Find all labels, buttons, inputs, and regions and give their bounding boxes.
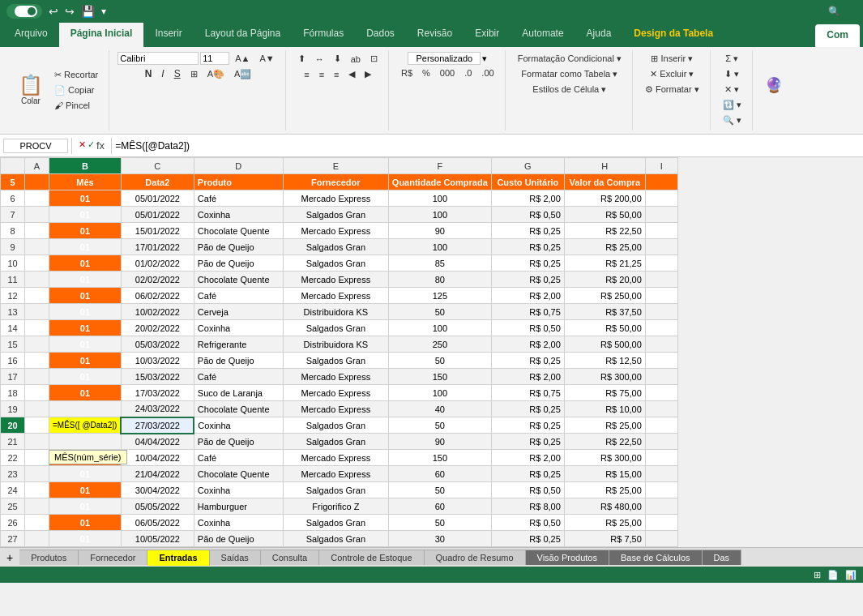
tab-formulas[interactable]: Fórmulas [292,23,355,47]
border-button[interactable]: ⊞ [186,67,202,81]
row-number[interactable]: 6 [1,190,25,207]
cell-h[interactable]: R$ 21,25 [564,255,645,272]
cell-f[interactable]: 100 [388,190,491,207]
cell-c[interactable]: 10/02/2022 [121,304,194,320]
cell-g[interactable]: R$ 0,25 [491,434,564,450]
cell-g[interactable]: R$ 0,75 [491,385,564,401]
cell-f[interactable]: 50 [388,304,491,320]
autosave-pill[interactable] [15,6,37,17]
cell-g[interactable]: R$ 0,25 [491,272,564,288]
decrease-font-button[interactable]: A▼ [255,52,278,65]
font-color-button[interactable]: A🔤 [230,67,255,81]
cell-g[interactable]: R$ 2,00 [491,288,564,304]
cell-f[interactable]: 50 [388,515,491,531]
cell-g[interactable]: R$ 0,25 [491,223,564,239]
sort-filter-button[interactable]: 🔃 ▾ [719,98,746,112]
cell-d[interactable]: Coxinha [194,207,283,223]
cell-b[interactable]: =MÊS([ @Data2]) [49,417,122,434]
cell-a[interactable] [25,272,49,288]
cell-b[interactable]: 01 [49,336,122,353]
cell-c[interactable]: 05/01/2022 [121,190,194,207]
cell-d[interactable]: Coxinha [194,320,283,336]
cell-c[interactable]: 05/01/2022 [121,207,194,223]
tab-arquivo[interactable]: Arquivo [3,23,59,47]
row-number[interactable]: 9 [1,239,25,255]
cell-b[interactable]: 01 [49,482,122,498]
cell-styles-button[interactable]: Estilos de Célula ▾ [528,83,610,96]
cell-f[interactable]: Quantidade Comprada [388,174,491,190]
cell-f[interactable]: 125 [388,288,491,304]
cell-h[interactable]: R$ 50,00 [564,207,645,223]
tab-inserir[interactable]: Inserir [143,23,193,47]
sheet-tab-quadro[interactable]: Quadro de Resumo [425,550,526,565]
cell-d[interactable]: Hamburguer [194,498,283,515]
cell-i[interactable] [645,498,677,515]
redo-icon[interactable]: ↪ [65,5,75,18]
cell-g[interactable]: R$ 0,25 [491,417,564,434]
cell-d[interactable]: Cerveja [194,304,283,320]
cell-c[interactable]: 15/03/2022 [121,369,194,385]
cell-f[interactable]: 60 [388,498,491,515]
cell-g[interactable]: R$ 2,00 [491,336,564,353]
cell-e[interactable]: Mercado Express [283,466,388,482]
cell-c[interactable]: 27/03/2022 [121,417,194,434]
cell-a[interactable] [25,401,49,417]
format-button[interactable]: ⚙ Formatar ▾ [641,83,703,96]
insert-button[interactable]: ⊞ Inserir ▾ [647,52,697,66]
row-number[interactable]: 16 [1,353,25,369]
cell-d[interactable]: Café [194,190,283,207]
cell-h[interactable]: R$ 300,00 [564,450,645,466]
cell-c[interactable]: 04/04/2022 [121,434,194,450]
cell-f[interactable]: 150 [388,369,491,385]
font-family-input[interactable] [117,52,199,65]
cell-i[interactable] [645,531,677,547]
page-break-icon[interactable]: 📊 [845,570,857,580]
autosave-toggle[interactable] [6,4,42,19]
cell-b[interactable] [49,434,122,450]
cell-i[interactable] [645,353,677,369]
cell-b[interactable]: 01 [49,498,122,515]
merge-button[interactable]: ⊡ [366,52,382,66]
cell-g[interactable]: R$ 0,50 [491,482,564,498]
delete-button[interactable]: ✕ Excluir ▾ [646,67,698,81]
sheet-tab-controle[interactable]: Controle de Estoque [319,550,424,565]
underline-button[interactable]: S [170,66,185,81]
font-size-input[interactable] [200,52,229,65]
cell-d[interactable]: Refrigerante [194,336,283,353]
wrap-text-button[interactable]: ab [347,53,365,66]
cell-h[interactable]: R$ 12,50 [564,353,645,369]
cell-b[interactable]: 01 [49,353,122,369]
cell-d[interactable]: Café [194,450,283,466]
cell-i[interactable] [645,320,677,336]
cell-g[interactable]: R$ 0,50 [491,320,564,336]
cell-e[interactable]: Mercado Express [283,190,388,207]
cell-f[interactable]: 150 [388,450,491,466]
sum-button[interactable]: Σ ▾ [721,52,742,66]
row-number[interactable]: 18 [1,385,25,401]
tab-ajuda[interactable]: Ajuda [575,23,623,47]
row-number[interactable]: 25 [1,498,25,515]
row-number[interactable]: 24 [1,482,25,498]
clear-button[interactable]: ✕ ▾ [720,83,743,96]
row-number[interactable]: 20 [1,417,25,434]
col-header-i[interactable]: I [645,158,677,174]
cell-g[interactable]: R$ 0,25 [491,255,564,272]
cell-b[interactable]: 01 [49,190,122,207]
paste-button[interactable]: 📋 Colar [13,71,49,108]
cell-h[interactable]: R$ 22,50 [564,434,645,450]
cell-e[interactable]: Salgados Gran [283,320,388,336]
row-number[interactable]: 19 [1,401,25,417]
cell-h[interactable]: R$ 10,00 [564,401,645,417]
cell-f[interactable]: 80 [388,272,491,288]
find-select-button[interactable]: 🔍 ▾ [719,113,746,127]
name-box[interactable] [3,139,68,153]
cell-i[interactable] [645,190,677,207]
decimal-increase-button[interactable]: .0 [460,66,476,79]
cell-a[interactable] [25,255,49,272]
cell-b[interactable]: 01 [49,466,122,482]
cell-i[interactable] [645,207,677,223]
tab-design-tabela[interactable]: Design da Tabela [622,23,724,47]
add-sheet-button[interactable]: + [0,549,19,567]
cell-c[interactable]: 01/02/2022 [121,255,194,272]
cell-i[interactable] [645,255,677,272]
